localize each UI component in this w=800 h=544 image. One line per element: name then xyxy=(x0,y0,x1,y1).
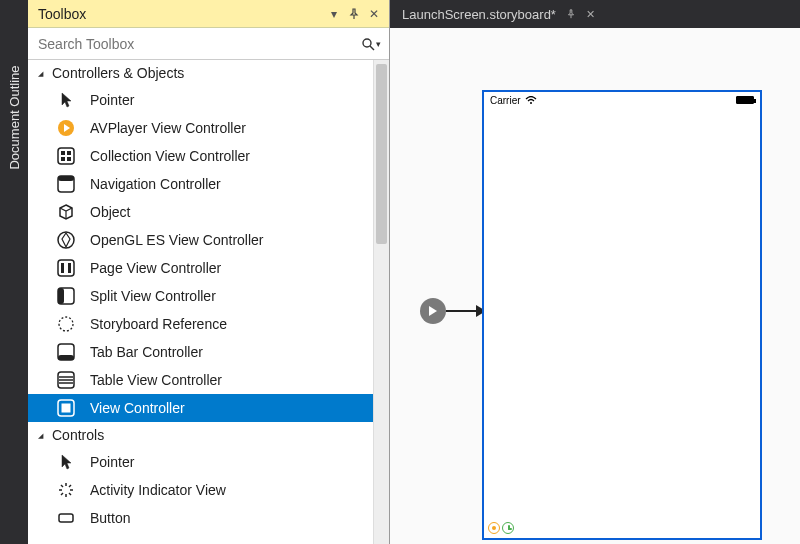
svg-rect-18 xyxy=(58,355,74,360)
toolbox-item-label: Page View Controller xyxy=(90,260,221,276)
svg-line-30 xyxy=(69,493,71,495)
svg-rect-5 xyxy=(67,151,71,155)
svg-rect-33 xyxy=(59,514,73,522)
design-canvas[interactable]: Carrier xyxy=(390,28,800,544)
pin-icon[interactable] xyxy=(345,5,363,23)
toolbox-item-label: Navigation Controller xyxy=(90,176,221,192)
toolbox-search: ▾ xyxy=(28,28,389,60)
toolbox-item-label: Tab Bar Controller xyxy=(90,344,203,360)
collection-icon xyxy=(56,146,76,166)
svg-rect-11 xyxy=(58,260,74,276)
entry-point-node-icon xyxy=(420,298,446,324)
pointer-icon xyxy=(56,452,76,472)
carrier-label: Carrier xyxy=(490,95,521,106)
arrow-icon xyxy=(446,310,484,312)
search-icon[interactable]: ▾ xyxy=(361,37,381,51)
table-icon xyxy=(56,370,76,390)
svg-rect-7 xyxy=(67,157,71,161)
toolbox-item-label: Activity Indicator View xyxy=(90,482,226,498)
first-responder-icon[interactable] xyxy=(488,522,500,534)
avplayer-icon xyxy=(56,118,76,138)
exit-icon[interactable] xyxy=(502,522,514,534)
toolbox-item-label: Table View Controller xyxy=(90,372,222,388)
caret-icon: ◢ xyxy=(38,69,46,77)
toolbox-item[interactable]: Storyboard Reference xyxy=(28,310,373,338)
pointer-icon xyxy=(56,90,76,110)
toolbox-item[interactable]: Navigation Controller xyxy=(28,170,373,198)
status-bar: Carrier xyxy=(484,92,760,108)
view-icon xyxy=(56,398,76,418)
toolbox-panel: Toolbox ▾ ✕ ▾ ◢Controllers & ObjectsPoin… xyxy=(28,0,390,544)
view-controller-scene[interactable]: Carrier xyxy=(482,90,762,540)
scene-footer-icons xyxy=(488,522,514,534)
document-tab[interactable]: LaunchScreen.storyboard* ✕ xyxy=(390,0,603,28)
toolbox-item-label: Storyboard Reference xyxy=(90,316,227,332)
toolbox-item[interactable]: Page View Controller xyxy=(28,254,373,282)
svg-point-16 xyxy=(59,317,73,331)
battery-icon xyxy=(736,96,754,104)
toolbox-item[interactable]: OpenGL ES View Controller xyxy=(28,226,373,254)
toolbox-item[interactable]: Split View Controller xyxy=(28,282,373,310)
tab-pin-icon[interactable] xyxy=(566,9,576,19)
svg-rect-13 xyxy=(68,263,71,273)
toolbox-item-label: Pointer xyxy=(90,454,134,470)
svg-line-32 xyxy=(69,485,71,487)
navigation-icon xyxy=(56,174,76,194)
caret-icon: ◢ xyxy=(38,431,46,439)
entry-point-arrow[interactable] xyxy=(420,298,484,324)
tabbar-icon xyxy=(56,342,76,362)
svg-line-29 xyxy=(61,485,63,487)
activity-icon xyxy=(56,480,76,500)
toolbox-item-label: Object xyxy=(90,204,130,220)
search-input[interactable] xyxy=(38,36,361,52)
scroll-thumb[interactable] xyxy=(376,64,387,244)
tab-close-icon[interactable]: ✕ xyxy=(586,8,595,21)
svg-rect-15 xyxy=(58,288,64,304)
toolbox-item[interactable]: Collection View Controller xyxy=(28,142,373,170)
group-header[interactable]: ◢Controls xyxy=(28,422,373,448)
svg-point-34 xyxy=(530,102,532,104)
toolbox-item-label: Split View Controller xyxy=(90,288,216,304)
svg-point-0 xyxy=(363,39,371,47)
svg-rect-4 xyxy=(61,151,65,155)
storyboardref-icon xyxy=(56,314,76,334)
toolbox-item-label: AVPlayer View Controller xyxy=(90,120,246,136)
svg-rect-9 xyxy=(58,176,74,181)
svg-rect-24 xyxy=(62,404,70,412)
designer-area: LaunchScreen.storyboard* ✕ Carrier xyxy=(390,0,800,544)
toolbox-item-label: View Controller xyxy=(90,400,185,416)
document-outline-label: Document Outline xyxy=(7,65,22,169)
document-outline-tab[interactable]: Document Outline xyxy=(0,0,28,544)
button-icon xyxy=(56,508,76,528)
toolbox-item-label: Pointer xyxy=(90,92,134,108)
page-icon xyxy=(56,258,76,278)
document-tab-label: LaunchScreen.storyboard* xyxy=(402,7,556,22)
toolbox-title: Toolbox xyxy=(38,6,86,22)
toolbox-item-label: Button xyxy=(90,510,130,526)
toolbox-titlebar: Toolbox ▾ ✕ xyxy=(28,0,389,28)
svg-point-10 xyxy=(58,232,74,248)
toolbox-item[interactable]: Table View Controller xyxy=(28,366,373,394)
toolbox-list: ◢Controllers & ObjectsPointerAVPlayer Vi… xyxy=(28,60,373,544)
close-icon[interactable]: ✕ xyxy=(365,5,383,23)
svg-rect-6 xyxy=(61,157,65,161)
toolbox-item[interactable]: Tab Bar Controller xyxy=(28,338,373,366)
toolbox-item-label: Collection View Controller xyxy=(90,148,250,164)
group-label: Controls xyxy=(52,427,104,443)
toolbox-item[interactable]: Activity Indicator View xyxy=(28,476,373,504)
svg-line-1 xyxy=(370,46,374,50)
toolbox-item[interactable]: Button xyxy=(28,504,373,532)
toolbox-item[interactable]: Object xyxy=(28,198,373,226)
toolbox-item[interactable]: Pointer xyxy=(28,448,373,476)
group-label: Controllers & Objects xyxy=(52,65,184,81)
toolbox-scrollbar[interactable] xyxy=(373,60,389,544)
toolbox-item[interactable]: View Controller xyxy=(28,394,373,422)
group-header[interactable]: ◢Controllers & Objects xyxy=(28,60,373,86)
svg-line-31 xyxy=(61,493,63,495)
svg-rect-3 xyxy=(58,148,74,164)
dropdown-icon[interactable]: ▾ xyxy=(325,5,343,23)
toolbox-item[interactable]: Pointer xyxy=(28,86,373,114)
toolbox-item[interactable]: AVPlayer View Controller xyxy=(28,114,373,142)
svg-rect-12 xyxy=(61,263,64,273)
wifi-icon xyxy=(525,96,537,105)
